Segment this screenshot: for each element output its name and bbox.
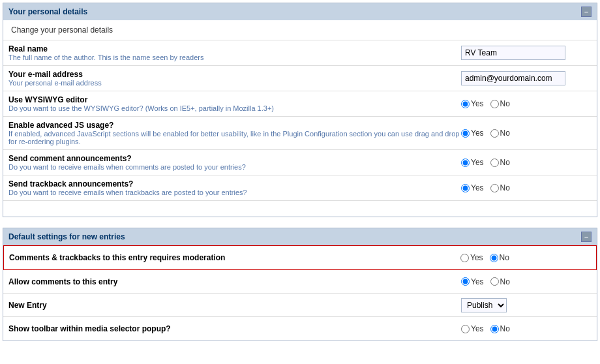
- label-trackback-ann: Send trackback announcements? Do you wan…: [8, 179, 461, 196]
- label-allow-comments: Allow comments to this entry: [8, 277, 461, 286]
- wysiwyg-no-radio[interactable]: [490, 100, 499, 108]
- moderation-yes-label[interactable]: Yes: [460, 253, 483, 262]
- toolbar-popup-yes-label[interactable]: Yes: [461, 324, 484, 333]
- section-header-personal: Your personal details –: [3, 3, 597, 20]
- row-new-entry: New Entry Publish Draft: [3, 294, 597, 317]
- title-allow-comments: Allow comments to this entry: [8, 277, 461, 286]
- adv-js-yes-radio[interactable]: [461, 129, 470, 138]
- label-wysiwyg: Use WYSIWYG editor Do you want to use th…: [8, 95, 461, 112]
- page-wrapper: Your personal details – Change your pers…: [0, 0, 600, 354]
- title-new-entry: New Entry: [8, 301, 461, 310]
- row-advanced-js: Enable advanced JS usage? If enabled, ad…: [3, 117, 597, 150]
- control-comment-ann: Yes No: [461, 158, 592, 167]
- desc-trackback-ann: Do you want to receive emails when track…: [8, 189, 461, 196]
- moderation-no-radio[interactable]: [490, 254, 498, 262]
- title-advanced-js: Enable advanced JS usage?: [8, 121, 461, 130]
- moderation-no-label[interactable]: No: [490, 253, 509, 262]
- toolbar-popup-yes-text: Yes: [471, 324, 484, 333]
- row-toolbar-popup: Show toolbar within media selector popup…: [3, 317, 597, 341]
- row-allow-comments: Allow comments to this entry Yes No: [3, 270, 597, 294]
- row-moderation: Comments & trackbacks to this entry requ…: [4, 246, 596, 269]
- collapse-personal-button[interactable]: –: [581, 7, 592, 17]
- section-header-default: Default settings for new entries –: [3, 228, 597, 245]
- radio-comment-ann: Yes No: [461, 158, 514, 167]
- adv-js-yes-text: Yes: [471, 129, 484, 138]
- row-email: Your e-mail address Your personal e-mail…: [3, 66, 597, 91]
- trackback-ann-yes-text: Yes: [471, 183, 484, 192]
- wysiwyg-no-label[interactable]: No: [490, 99, 510, 108]
- label-advanced-js: Enable advanced JS usage? If enabled, ad…: [8, 121, 461, 145]
- comment-ann-no-text: No: [500, 158, 510, 167]
- adv-js-yes-label[interactable]: Yes: [461, 129, 484, 138]
- email-input[interactable]: [461, 71, 565, 85]
- toolbar-popup-no-text: No: [500, 324, 510, 333]
- new-entry-select[interactable]: Publish Draft: [461, 298, 507, 312]
- trackback-ann-yes-label[interactable]: Yes: [461, 183, 484, 192]
- comment-ann-yes-text: Yes: [471, 158, 484, 167]
- trackback-ann-yes-radio[interactable]: [461, 184, 470, 192]
- control-real-name: [461, 46, 592, 60]
- section-title-default: Default settings for new entries: [8, 232, 125, 241]
- control-advanced-js: Yes No: [461, 129, 592, 138]
- toolbar-popup-no-radio[interactable]: [490, 325, 499, 333]
- wysiwyg-yes-radio[interactable]: [461, 100, 470, 108]
- title-email: Your e-mail address: [8, 70, 461, 79]
- radio-moderation: Yes No: [460, 253, 513, 262]
- label-email: Your e-mail address Your personal e-mail…: [8, 70, 461, 87]
- desc-advanced-js: If enabled, advanced JavaScript sections…: [8, 130, 461, 145]
- trackback-ann-no-radio[interactable]: [490, 184, 499, 192]
- label-toolbar-popup: Show toolbar within media selector popup…: [8, 324, 461, 333]
- control-email: [461, 71, 592, 85]
- radio-advanced-js: Yes No: [461, 129, 514, 138]
- comment-ann-yes-label[interactable]: Yes: [461, 158, 484, 167]
- control-toolbar-popup: Yes No: [461, 324, 592, 333]
- row-comment-announcements: Send comment announcements? Do you want …: [3, 150, 597, 175]
- label-comment-ann: Send comment announcements? Do you want …: [8, 154, 461, 171]
- comment-ann-yes-radio[interactable]: [461, 159, 470, 167]
- wysiwyg-yes-text: Yes: [471, 99, 484, 108]
- allow-comments-yes-label[interactable]: Yes: [461, 277, 484, 286]
- desc-comment-ann: Do you want to receive emails when comme…: [8, 163, 461, 171]
- radio-allow-comments: Yes No: [461, 277, 514, 286]
- moderation-yes-radio[interactable]: [460, 254, 469, 262]
- title-real-name: Real name: [8, 44, 461, 53]
- highlighted-moderation-wrapper: Comments & trackbacks to this entry requ…: [3, 245, 597, 270]
- comment-ann-no-label[interactable]: No: [490, 158, 510, 167]
- control-trackback-ann: Yes No: [461, 183, 592, 192]
- section-intro-personal: Change your personal details: [3, 20, 597, 40]
- radio-wysiwyg: Yes No: [461, 99, 514, 108]
- trackback-ann-no-label[interactable]: No: [490, 183, 510, 192]
- row-wysiwyg: Use WYSIWYG editor Do you want to use th…: [3, 91, 597, 117]
- control-moderation: Yes No: [460, 253, 591, 262]
- title-moderation: Comments & trackbacks to this entry requ…: [9, 253, 460, 262]
- wysiwyg-yes-label[interactable]: Yes: [461, 99, 484, 108]
- collapse-default-button[interactable]: –: [581, 232, 592, 242]
- comment-ann-no-radio[interactable]: [490, 159, 499, 167]
- spacer-row-1: [3, 201, 597, 217]
- label-real-name: Real name The full name of the author. T…: [8, 44, 461, 61]
- wysiwyg-no-text: No: [500, 99, 510, 108]
- desc-email: Your personal e-mail address: [8, 79, 461, 87]
- allow-comments-no-radio[interactable]: [490, 277, 499, 286]
- adv-js-no-text: No: [500, 129, 510, 138]
- adv-js-no-label[interactable]: No: [490, 129, 510, 138]
- section-title-personal: Your personal details: [8, 7, 87, 16]
- row-real-name: Real name The full name of the author. T…: [3, 40, 597, 66]
- row-trackback-announcements: Send trackback announcements? Do you wan…: [3, 175, 597, 201]
- trackback-ann-no-text: No: [500, 183, 510, 192]
- allow-comments-yes-radio[interactable]: [461, 277, 470, 286]
- toolbar-popup-no-label[interactable]: No: [490, 324, 510, 333]
- moderation-no-text: No: [500, 253, 509, 262]
- section-default-settings: Default settings for new entries – Comme…: [3, 228, 597, 341]
- desc-wysiwyg: Do you want to use the WYSIWYG editor? (…: [8, 104, 461, 112]
- title-trackback-ann: Send trackback announcements?: [8, 179, 461, 189]
- control-wysiwyg: Yes No: [461, 99, 592, 108]
- title-toolbar-popup: Show toolbar within media selector popup…: [8, 324, 461, 333]
- radio-trackback-ann: Yes No: [461, 183, 514, 192]
- adv-js-no-radio[interactable]: [490, 129, 499, 138]
- title-wysiwyg: Use WYSIWYG editor: [8, 95, 461, 104]
- toolbar-popup-yes-radio[interactable]: [461, 325, 470, 333]
- real-name-input[interactable]: [461, 46, 565, 60]
- label-new-entry: New Entry: [8, 301, 461, 310]
- allow-comments-no-label[interactable]: No: [490, 277, 510, 286]
